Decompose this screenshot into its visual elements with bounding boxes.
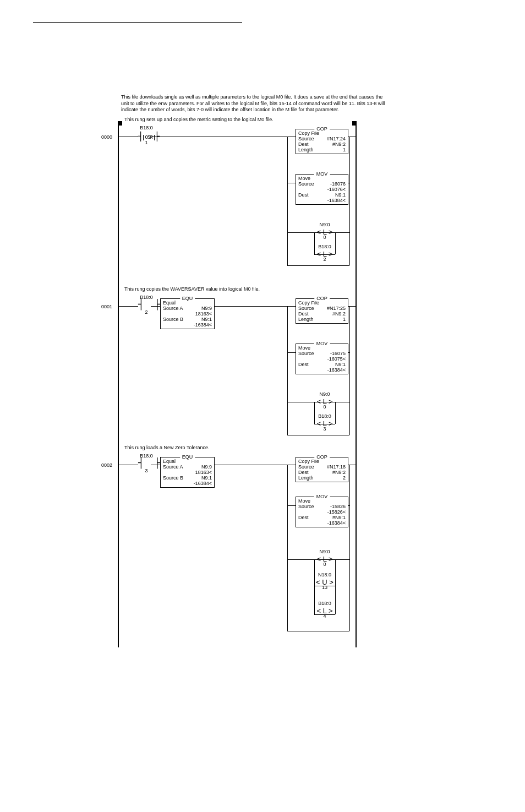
- contact-addr: B18:0: [135, 126, 157, 131]
- output-bit: 13: [315, 585, 335, 591]
- mov-instruction: MOV Move Source-16075 -16075< DestN9:1 -…: [296, 344, 348, 374]
- mov-instruction: MOV Move Source-16076 -16076< DestN9:1 -…: [296, 174, 348, 205]
- xic-contact: ┤ ├: [138, 302, 160, 307]
- intro-paragraph: This file downloads single as well as mu…: [121, 94, 385, 113]
- rung2-desc: This rung loads a New Zero Tolerance.: [124, 445, 328, 451]
- output-addr: B18:0: [315, 601, 335, 607]
- output-bit: 0: [315, 405, 335, 410]
- equ-instruction: EQU Equal Source AN9:9 18163< Source BN9…: [160, 298, 215, 329]
- osr-contact: ┤OSR├: [138, 134, 159, 140]
- xic-contact: ┤ ├: [138, 460, 160, 466]
- rung-number: 0002: [101, 462, 112, 468]
- contact-bit: 2: [135, 310, 157, 315]
- contact-bit: 3: [135, 468, 157, 474]
- equ-instruction: EQU Equal Source AN9:9 18163< Source BN9…: [160, 457, 215, 488]
- output-bit: 4: [315, 614, 335, 619]
- output-bit: 0: [315, 562, 335, 568]
- output-bit: 2: [315, 257, 335, 263]
- ladder-diagram: 0000 B18:0 ┤OSR├ 1: [118, 124, 357, 647]
- cop-instruction: COP Copy File Source#N17:18 Dest#N9:2 Le…: [296, 457, 348, 482]
- cop-instruction: COP Copy File Source#N17:24 Dest#N9:2 Le…: [296, 129, 348, 154]
- rung0-desc: This rung sets up and copies the metric …: [124, 117, 525, 122]
- rung-number: 0000: [101, 134, 112, 140]
- output-addr: N9:0: [315, 222, 335, 228]
- contact-bit: 1: [135, 140, 157, 146]
- cop-instruction: COP Copy File Source#N17:25 Dest#N9:2 Le…: [296, 298, 348, 324]
- output-bit: 0: [315, 235, 335, 241]
- output-addr: N9:0: [315, 392, 335, 397]
- rung-number: 0001: [101, 304, 112, 309]
- rung1-desc: This rung copies the WAVERSAVER value in…: [124, 287, 328, 292]
- output-bit: 3: [315, 427, 335, 432]
- output-addr: B18:0: [315, 414, 335, 419]
- output-addr: N18:0: [315, 573, 335, 578]
- output-addr: N9:0: [315, 549, 335, 555]
- mov-instruction: MOV Move Source-15826 -15826< Dest#N9:1 …: [296, 497, 348, 527]
- output-addr: B18:0: [315, 244, 335, 250]
